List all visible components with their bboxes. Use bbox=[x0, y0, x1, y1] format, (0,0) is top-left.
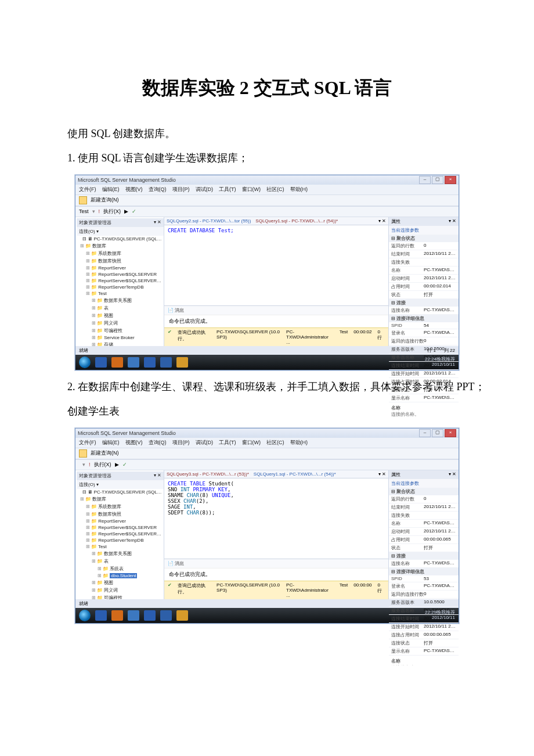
tree-node[interactable]: ⊞📁 ReportServer$SQLSERVER bbox=[77, 271, 164, 278]
server-node[interactable]: ⊟ 🖥 PC-TXWD\SQLSERVER (SQL Server 10.0.5 bbox=[77, 489, 164, 495]
debug-icon[interactable]: ▶ bbox=[124, 208, 128, 214]
tree-node[interactable]: ⊞📁 Service Broker bbox=[77, 334, 164, 341]
tree-node[interactable]: ⊞📁 ReportServer$SQLSERVERTempDB bbox=[77, 278, 164, 284]
new-query-icon[interactable] bbox=[79, 196, 87, 204]
tree-node[interactable]: ⊞📁 ReportServer$SQLSERVERTempDB bbox=[77, 531, 164, 537]
property-row: 占用时间00:00:00.065 bbox=[389, 536, 459, 544]
menu-item[interactable]: 窗口(W) bbox=[242, 439, 261, 447]
taskbar-item[interactable] bbox=[176, 357, 188, 368]
tree-node[interactable]: ⊞📁 数据库 bbox=[77, 242, 164, 250]
property-row: 连接状态打开 bbox=[389, 639, 459, 647]
property-row: 返回的连接行数0 bbox=[389, 337, 459, 345]
menu-item[interactable]: 帮助(H) bbox=[290, 439, 308, 447]
property-row: 登录名PC-TXWD\Administ bbox=[389, 582, 459, 591]
tree-node[interactable]: ⊞📁 ReportServer$SQLSERVER bbox=[77, 524, 164, 531]
new-query-icon[interactable] bbox=[79, 449, 87, 458]
server-node[interactable]: ⊟ 🖥 PC-TXWD\SQLSERVER (SQL Server 10.0.5 bbox=[77, 236, 164, 242]
taskbar-item[interactable] bbox=[176, 610, 188, 621]
minimize-button[interactable]: – bbox=[419, 176, 431, 184]
tree-node[interactable]: ⊞📁 数据库 bbox=[77, 495, 164, 503]
tree-node[interactable]: ⊞📁 数据库关系图 bbox=[77, 550, 164, 557]
editor-tab-1[interactable]: SQLQuery2.sql - PC-TXWD\...\...tor (55)) bbox=[167, 218, 251, 224]
tree-node[interactable]: ⊞📁 ReportServer bbox=[77, 265, 164, 271]
close-button[interactable]: × bbox=[445, 429, 456, 437]
menu-item[interactable]: 项目(P) bbox=[172, 439, 190, 447]
tree-node[interactable]: ⊞📁 Test bbox=[77, 543, 164, 550]
tree-node[interactable]: ⊞📁 表 bbox=[77, 557, 164, 565]
new-query-button[interactable]: 新建查询(N) bbox=[91, 196, 119, 204]
menu-item[interactable]: 编辑(E) bbox=[102, 439, 120, 447]
taskbar-item[interactable] bbox=[111, 357, 123, 368]
messages-tab[interactable]: 消息 bbox=[175, 308, 184, 313]
menu-item[interactable]: 查询(Q) bbox=[149, 186, 167, 193]
menu-item[interactable]: 帮助(H) bbox=[290, 186, 308, 193]
tree-node[interactable]: ⊞📁 数据库快照 bbox=[77, 257, 164, 265]
menu-item[interactable]: 窗口(W) bbox=[242, 186, 261, 193]
menu-item[interactable]: 社区(C) bbox=[266, 439, 284, 447]
tree-node[interactable]: ⊞📁 同义词 bbox=[77, 319, 164, 327]
taskbar-item[interactable] bbox=[144, 357, 156, 368]
tree-node[interactable]: ⊞📁 数据库快照 bbox=[77, 510, 164, 518]
tree-node[interactable]: ⊞📁 存储 bbox=[77, 341, 164, 346]
sql-editor[interactable]: CREATE TABLE Student( SNO INT PRIMARY KE… bbox=[164, 478, 388, 559]
maximize-button[interactable]: ▢ bbox=[432, 176, 443, 184]
connect-button[interactable]: 连接(O) ▾ bbox=[79, 482, 99, 487]
screenshot-create-table: Microsoft SQL Server Management Studio –… bbox=[75, 428, 459, 624]
connect-button[interactable]: 连接(O) ▾ bbox=[79, 229, 99, 234]
menu-item[interactable]: 文件(F) bbox=[79, 186, 96, 193]
menu-item[interactable]: 调试(D) bbox=[196, 186, 214, 193]
status-db: Test bbox=[340, 329, 348, 345]
menu-item[interactable]: 调试(D) bbox=[196, 439, 214, 447]
tree-node[interactable]: ⊞📁 系统表 bbox=[77, 565, 164, 573]
db-combo[interactable]: Test bbox=[79, 208, 89, 214]
tree-node[interactable]: ⊞📁 Test bbox=[77, 290, 164, 297]
taskbar-item[interactable] bbox=[95, 357, 107, 368]
editor-tab-1[interactable]: SQLQuery3.sql - PC-TXWD\...\...r (53))* bbox=[167, 471, 249, 477]
tree-node[interactable]: ⊞📁 ReportServerTempDB bbox=[77, 284, 164, 290]
menu-item[interactable]: 视图(V) bbox=[125, 186, 143, 193]
tree-node[interactable]: ⊞📁 可编程性 bbox=[77, 327, 164, 334]
menu-item[interactable]: 文件(F) bbox=[79, 439, 96, 447]
menu-item[interactable]: 视图(V) bbox=[125, 439, 143, 447]
taskbar-item[interactable] bbox=[160, 610, 172, 621]
property-row: 连接名称PC-TXWD\SQLSERV bbox=[389, 560, 459, 568]
tree-node[interactable]: ⊞📁 系统数据库 bbox=[77, 503, 164, 510]
taskbar-item[interactable] bbox=[144, 610, 156, 621]
property-row: 连接失败 bbox=[389, 258, 459, 267]
tree-node[interactable]: ⊞📁 ReportServerTempDB bbox=[77, 537, 164, 543]
tree-node[interactable]: ⊞📁 视图 bbox=[77, 579, 164, 586]
taskbar-item[interactable] bbox=[128, 610, 139, 621]
execute-button[interactable]: 执行(X) bbox=[103, 208, 121, 215]
menu-item[interactable]: 查询(Q) bbox=[149, 439, 167, 447]
editor-tab-2[interactable]: SQLQuery1.sql - PC-TXWD\...\...r (54))* bbox=[254, 471, 336, 477]
start-orb-icon[interactable] bbox=[79, 357, 91, 368]
status-ready: 就绪 bbox=[79, 600, 88, 607]
messages-tab[interactable]: 消息 bbox=[175, 561, 184, 566]
taskbar-item[interactable] bbox=[111, 610, 123, 621]
minimize-button[interactable]: – bbox=[419, 429, 431, 437]
tree-node[interactable]: ⊞📁 视图 bbox=[77, 312, 164, 319]
taskbar-item[interactable] bbox=[95, 610, 107, 621]
tree-node[interactable]: ⊞📁 表 bbox=[77, 304, 164, 312]
maximize-button[interactable]: ▢ bbox=[432, 429, 443, 437]
property-row: 服务器版本10.0.5500 bbox=[389, 599, 459, 607]
start-orb-icon[interactable] bbox=[79, 610, 91, 621]
new-query-button[interactable]: 新建查询(N) bbox=[91, 449, 119, 457]
tree-node[interactable]: ⊞📁 可编程性 bbox=[77, 594, 164, 599]
tree-node[interactable]: ⊞📁 同义词 bbox=[77, 586, 164, 594]
taskbar-item[interactable] bbox=[128, 357, 139, 368]
tree-node[interactable]: ⊞📁 ReportServer bbox=[77, 518, 164, 524]
editor-tab-2[interactable]: SQLQuery1.sql - PC-TXWD\...\...r (54))* bbox=[255, 218, 338, 224]
close-button[interactable]: × bbox=[445, 176, 456, 184]
execute-button[interactable]: 执行(X) bbox=[94, 461, 111, 469]
tree-node[interactable]: ⊞📁 dbo.Student bbox=[77, 573, 164, 579]
menu-item[interactable]: 工具(T) bbox=[219, 186, 236, 193]
menu-item[interactable]: 社区(C) bbox=[266, 186, 284, 193]
menu-item[interactable]: 项目(P) bbox=[172, 186, 190, 193]
tree-node[interactable]: ⊞📁 系统数据库 bbox=[77, 250, 164, 257]
taskbar-item[interactable] bbox=[160, 357, 172, 368]
menu-item[interactable]: 编辑(E) bbox=[102, 186, 120, 193]
menu-item[interactable]: 工具(T) bbox=[219, 439, 236, 447]
tree-node[interactable]: ⊞📁 数据库关系图 bbox=[77, 297, 164, 304]
sql-editor[interactable]: CREATE DATABASE Test; bbox=[164, 225, 388, 305]
